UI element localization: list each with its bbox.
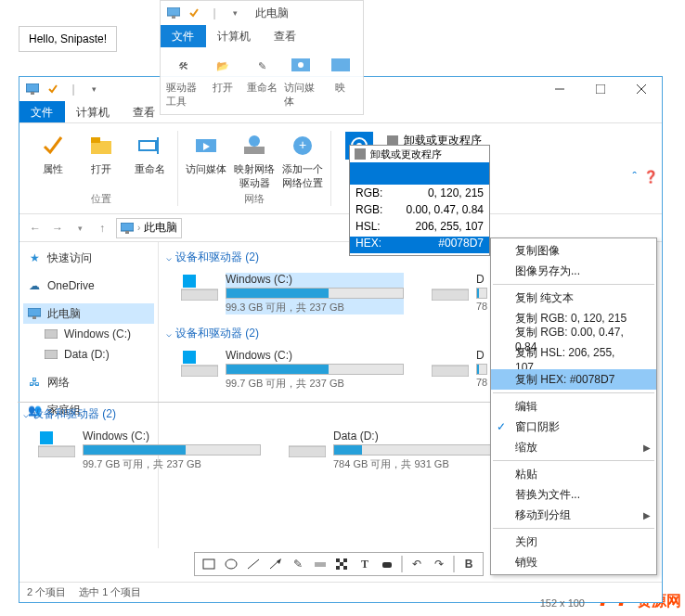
svg-rect-13 [139,141,156,150]
drive-d-partial[interactable]: D78 [432,273,487,314]
menu-edit[interactable]: 编辑 [491,396,656,417]
rename-button[interactable]: 重命名 [127,131,172,190]
divider-icon: | [207,6,222,20]
menu-destroy[interactable]: 销毁 [491,552,656,572]
label: 此电脑 [47,306,81,322]
menu-copy-hsl[interactable]: 复制 HSL: 206, 255, 107 [491,349,656,369]
menu-paste[interactable]: 粘贴 [491,464,656,484]
nav-up-icon[interactable]: ↑ [94,220,110,237]
tools-icon: 🛠 [170,53,196,79]
ghost-tab-computer[interactable]: 计算机 [206,25,263,47]
sidebar-quick-access[interactable]: ★快速访问 [23,248,154,268]
main-qat: | ▾ [19,77,107,101]
svg-rect-17 [244,147,265,154]
tool-redo-icon[interactable]: ↷ [429,554,449,574]
svg-rect-12 [91,137,100,143]
label: 重命名 [135,162,165,176]
menu-replace[interactable]: 替换为文件... [491,484,656,505]
menu-close[interactable]: 关闭 [491,532,656,552]
label: 打开 [91,162,111,176]
close-button[interactable] [621,77,662,101]
window-controls [539,77,662,101]
access-media-button[interactable]: 访问媒体 [184,131,228,190]
tool-marker-icon[interactable] [310,554,330,574]
ghost-rib-media[interactable]: 访问媒体 [284,53,317,109]
add-location-button[interactable]: +添加一个 网络位置 [280,131,325,190]
drive-c[interactable]: Windows (C:)99.3 GB 可用，共 237 GB [181,273,404,314]
nav-fwd-icon[interactable]: → [49,220,66,237]
properties-button[interactable]: 属性 [31,131,75,190]
help-button[interactable]: ˆ ❓ [632,170,658,184]
nav-back-icon[interactable]: ← [27,220,44,237]
tab-computer[interactable]: 计算机 [65,101,122,122]
context-menu: 复制图像 图像另存为... 复制 纯文本 复制 RGB: 0, 120, 215… [490,237,657,575]
tool-save-icon[interactable]: B [459,554,479,574]
drive-icon [289,430,326,457]
menu-shadow[interactable]: ✓窗口阴影 [491,417,656,437]
ribbon-group-location: 属性 打开 重命名 位置 [25,131,178,206]
drive-d[interactable]: Data (D:)784 GB 可用，共 931 GB [289,430,511,471]
drive-c[interactable]: Windows (C:)99.7 GB 可用，共 237 GB [38,430,261,471]
sidebar-this-pc[interactable]: 此电脑 [23,303,154,324]
sidebar-drive-d[interactable]: Data (D:) [23,344,154,365]
drive-name: Windows (C:) [226,273,404,286]
label: 映射网络 驱动器 [234,162,275,190]
svg-rect-46 [315,562,326,567]
drive-c[interactable]: Windows (C:)99.7 GB 可用，共 237 GB [181,349,404,391]
menu-copy-text[interactable]: 复制 纯文本 [491,288,656,308]
check-icon: ✓ [497,420,506,433]
sidebar-onedrive[interactable]: ☁OneDrive [23,276,154,296]
tool-pencil-icon[interactable]: ✎ [288,554,308,574]
tool-rect-icon[interactable] [199,554,219,574]
svg-marker-45 [277,558,281,564]
tool-ellipse-icon[interactable] [221,554,241,574]
svg-rect-50 [336,566,340,570]
svg-rect-47 [336,558,340,562]
tool-text-icon[interactable]: T [355,554,375,574]
menu-zoom[interactable]: 缩放▶ [491,437,656,457]
color-rows: RGB:0, 120, 215 RGB:0.00, 0.47, 0.84 HSL… [350,185,489,255]
label: 网络 [47,375,70,391]
dimension-label: 152 x 100 [540,597,585,609]
label: 访问媒体 [284,81,317,109]
drive-d-partial[interactable]: D78 [432,349,487,391]
ghost-qat: | ▾ 此电脑 [161,1,363,25]
menu-moveto[interactable]: 移动到分组▶ [491,505,656,525]
sidebar-drive-c[interactable]: Windows (C:) [23,324,154,344]
address-bar[interactable]: › 此电脑 [116,218,182,238]
ghost-tab-file[interactable]: 文件 [161,25,206,47]
open-button[interactable]: 打开 [79,131,123,190]
svg-rect-38 [40,431,53,444]
label: 卸载或更改程序 [370,148,442,161]
nav-down-icon[interactable]: ▾ [71,220,88,237]
ghost-rib-rename[interactable]: ✎重命名 [245,53,278,109]
drive-name: D [476,273,487,286]
menu-copy-image[interactable]: 复制图像 [491,240,656,261]
open-icon: 📂 [210,53,236,79]
sidebar-network[interactable]: 🖧网络 [23,372,154,392]
rename-icon [135,131,164,160]
svg-rect-26 [125,231,129,234]
menu-save-as[interactable]: 图像另存为... [491,261,656,281]
menu-copy-hex[interactable]: 复制 HEX: #0078D7 [491,369,656,390]
rename-icon: ✎ [249,53,275,79]
tool-arrow-icon[interactable] [265,554,286,574]
map-drive-button[interactable]: 映射网络 驱动器 [232,131,277,190]
chevron-down-icon: ⌵ [23,409,29,419]
color-row-rgbf: RGB:0.00, 0.47, 0.84 [355,203,484,220]
minimize-button[interactable] [539,77,580,101]
tool-mosaic-icon[interactable] [332,554,353,574]
tab-file[interactable]: 文件 [19,101,65,122]
tool-eraser-icon[interactable] [377,554,397,574]
tool-line-icon[interactable] [243,554,264,574]
ghost-tab-view[interactable]: 查看 [263,25,308,47]
ghost-rib-open[interactable]: 📂打开 [205,53,239,109]
svg-rect-28 [32,316,36,319]
maximize-button[interactable] [580,77,621,101]
color-info-panel: 卸载或更改程序 RGB:0, 120, 215 RGB:0.00, 0.47, … [349,145,490,256]
ghost-rib-map[interactable]: 映 [324,53,357,109]
ghost-rib-tools[interactable]: 🛠驱动器工具 [166,53,200,109]
label: Data (D:) [64,348,110,361]
network-icon: 🖧 [27,375,42,390]
tool-undo-icon[interactable]: ↶ [407,554,427,574]
